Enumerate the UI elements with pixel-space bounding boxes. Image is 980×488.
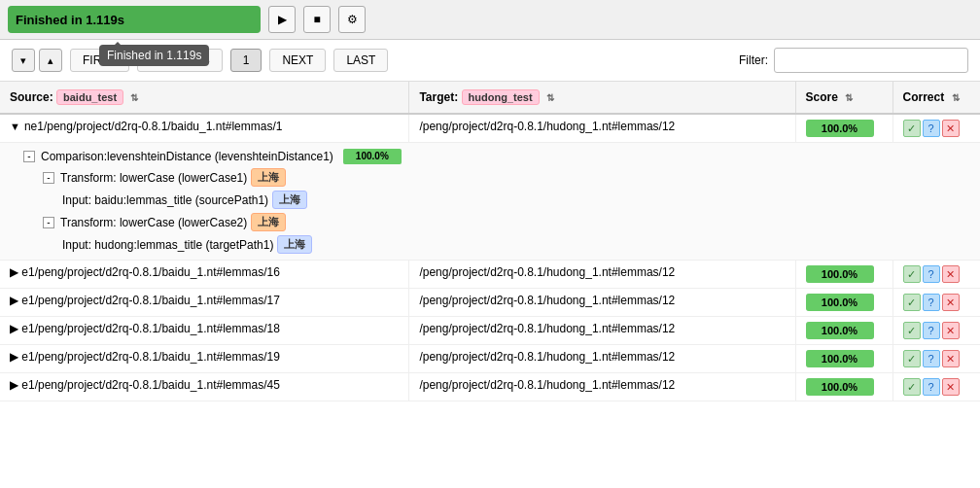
correct-question-icon[interactable]: ? xyxy=(923,350,940,367)
score-bar: 100.0% xyxy=(806,350,874,367)
correct-cross-icon[interactable]: ✕ xyxy=(942,265,960,283)
chevron-up-icon: ▴ xyxy=(48,54,53,67)
table-header-row: Source: baidu_test ⇅ Target: hudong_test… xyxy=(0,82,980,114)
score-cell: 100.0% xyxy=(795,289,892,317)
settings-button[interactable]: ⚙ xyxy=(338,6,366,33)
tree-item-label-4: Input: hudong:lemmas_title (targetPath1) xyxy=(62,238,273,252)
target-sort-icon[interactable]: ⇅ xyxy=(546,92,554,103)
expanded-row: - Comparison:levenshteinDistance (levens… xyxy=(0,143,980,261)
table-row[interactable]: ▼ne1/peng/project/d2rq-0.8.1/baidu_1.nt#… xyxy=(0,114,980,143)
nav-up-arrow[interactable]: ▴ xyxy=(39,49,62,72)
nav-down-arrow[interactable]: ▾ xyxy=(12,49,35,72)
target-header: Target: hudong_test ⇅ xyxy=(409,82,795,114)
table-row[interactable]: ▶ e1/peng/project/d2rq-0.8.1/baidu_1.nt#… xyxy=(0,261,980,289)
score-header: Score ⇅ xyxy=(795,82,892,114)
correct-icons: ✓ ? ✕ xyxy=(903,322,971,339)
next-button[interactable]: NEXT xyxy=(269,49,326,72)
progress-bar: Finished in 1.119s xyxy=(8,6,261,33)
correct-icons: ✓ ? ✕ xyxy=(903,294,971,311)
expanded-cell: - Comparison:levenshteinDistance (levens… xyxy=(0,143,980,261)
table-row[interactable]: ▶ e1/peng/project/d2rq-0.8.1/baidu_1.nt#… xyxy=(0,317,980,345)
source-cell: ▶ e1/peng/project/d2rq-0.8.1/baidu_1.nt#… xyxy=(0,261,409,289)
target-cell: /peng/project/d2rq-0.8.1/hudong_1.nt#lem… xyxy=(409,373,795,401)
score-bar: 100.0% xyxy=(806,378,874,396)
correct-label: Correct xyxy=(903,90,945,104)
correct-check-icon[interactable]: ✓ xyxy=(903,265,921,283)
score-bar-label: 100.0% xyxy=(806,265,874,283)
tree-item-3: - Transform: lowerCase (lowerCase2) 上海 xyxy=(43,211,964,233)
correct-check-icon[interactable]: ✓ xyxy=(903,378,921,396)
chevron-down-icon: ▾ xyxy=(20,54,26,67)
source-cell: ▶ e1/peng/project/d2rq-0.8.1/baidu_1.nt#… xyxy=(0,345,409,373)
correct-check-icon[interactable]: ✓ xyxy=(903,322,921,339)
correct-cross-icon[interactable]: ✕ xyxy=(942,120,960,137)
table-wrapper: Source: baidu_test ⇅ Target: hudong_test… xyxy=(0,82,980,401)
table-row[interactable]: ▶ e1/peng/project/d2rq-0.8.1/baidu_1.nt#… xyxy=(0,373,980,401)
tree-item-0: - Comparison:levenshteinDistance (levens… xyxy=(23,147,964,166)
correct-icons: ✓ ? ✕ xyxy=(903,120,971,137)
target-tag: hudong_test xyxy=(462,89,540,105)
correct-check-icon[interactable]: ✓ xyxy=(903,294,921,311)
score-bar: 100.0% xyxy=(806,322,874,339)
tooltip: Finished in 1.119s xyxy=(99,45,209,66)
score-bar: 100.0% xyxy=(806,294,874,311)
score-bar-label: 100.0% xyxy=(806,120,874,137)
tree-item-label-1: Transform: lowerCase (lowerCase1) xyxy=(60,171,247,185)
inline-score-label-0: 100.0% xyxy=(343,149,402,164)
correct-cross-icon[interactable]: ✕ xyxy=(942,322,960,339)
target-label: Target: xyxy=(419,90,458,104)
tree-item-1: - Transform: lowerCase (lowerCase1) 上海 xyxy=(43,166,964,189)
score-label: Score xyxy=(806,90,838,104)
correct-question-icon[interactable]: ? xyxy=(923,378,940,396)
filter-section: Filter: xyxy=(739,48,968,73)
stop-button[interactable]: ■ xyxy=(303,6,331,33)
table-row[interactable]: ▶ e1/peng/project/d2rq-0.8.1/baidu_1.nt#… xyxy=(0,289,980,317)
correct-icons: ✓ ? ✕ xyxy=(903,378,971,396)
table-row[interactable]: ▶ e1/peng/project/d2rq-0.8.1/baidu_1.nt#… xyxy=(0,345,980,373)
filter-input[interactable] xyxy=(774,48,968,73)
correct-cell: ✓ ? ✕ xyxy=(892,114,980,143)
source-header: Source: baidu_test ⇅ xyxy=(0,82,409,114)
correct-icons: ✓ ? ✕ xyxy=(903,265,971,283)
tag-3: 上海 xyxy=(251,213,286,231)
target-cell: /peng/project/d2rq-0.8.1/hudong_1.nt#lem… xyxy=(409,317,795,345)
tree-item-2: Input: baidu:lemmas_title (sourcePath1) … xyxy=(62,189,964,211)
correct-question-icon[interactable]: ? xyxy=(923,322,940,339)
inline-score-0: 100.0% xyxy=(343,149,402,164)
correct-cross-icon[interactable]: ✕ xyxy=(942,294,960,311)
tag-2: 上海 xyxy=(272,191,307,209)
collapse-box-3[interactable]: - xyxy=(43,217,54,228)
gear-icon: ⚙ xyxy=(347,13,358,26)
correct-icons: ✓ ? ✕ xyxy=(903,350,971,367)
page-number-button[interactable]: 1 xyxy=(230,49,262,72)
expand-arrow[interactable]: ▼ xyxy=(10,121,20,132)
progress-label: Finished in 1.119s xyxy=(16,13,124,27)
score-bar: 100.0% xyxy=(806,120,874,137)
correct-cross-icon[interactable]: ✕ xyxy=(942,378,960,396)
correct-cross-icon[interactable]: ✕ xyxy=(942,350,960,367)
source-sort-icon[interactable]: ⇅ xyxy=(130,92,138,103)
target-cell: /peng/project/d2rq-0.8.1/hudong_1.nt#lem… xyxy=(409,114,795,143)
play-icon: ▶ xyxy=(278,13,287,26)
correct-question-icon[interactable]: ? xyxy=(923,294,940,311)
play-button[interactable]: ▶ xyxy=(268,6,296,33)
correct-check-icon[interactable]: ✓ xyxy=(903,120,921,137)
top-bar: Finished in 1.119s ▶ ■ ⚙ xyxy=(0,0,980,40)
correct-sort-icon[interactable]: ⇅ xyxy=(952,92,960,103)
collapse-box-0[interactable]: - xyxy=(23,151,35,162)
tree-item-label-2: Input: baidu:lemmas_title (sourcePath1) xyxy=(62,193,268,207)
last-button[interactable]: LAST xyxy=(333,49,388,72)
correct-question-icon[interactable]: ? xyxy=(923,120,940,137)
tag-1: 上海 xyxy=(251,168,286,187)
correct-cell: ✓ ? ✕ xyxy=(892,289,980,317)
correct-question-icon[interactable]: ? xyxy=(923,265,940,283)
score-cell: 100.0% xyxy=(795,317,892,345)
tree-item-4: Input: hudong:lemmas_title (targetPath1)… xyxy=(62,233,964,256)
score-sort-icon[interactable]: ⇅ xyxy=(845,92,853,103)
target-cell: /peng/project/d2rq-0.8.1/hudong_1.nt#lem… xyxy=(409,289,795,317)
expanded-content: - Comparison:levenshteinDistance (levens… xyxy=(0,143,980,260)
collapse-box-1[interactable]: - xyxy=(43,172,54,184)
correct-check-icon[interactable]: ✓ xyxy=(903,350,921,367)
score-cell: 100.0% xyxy=(795,114,892,143)
score-bar-label: 100.0% xyxy=(806,294,874,311)
